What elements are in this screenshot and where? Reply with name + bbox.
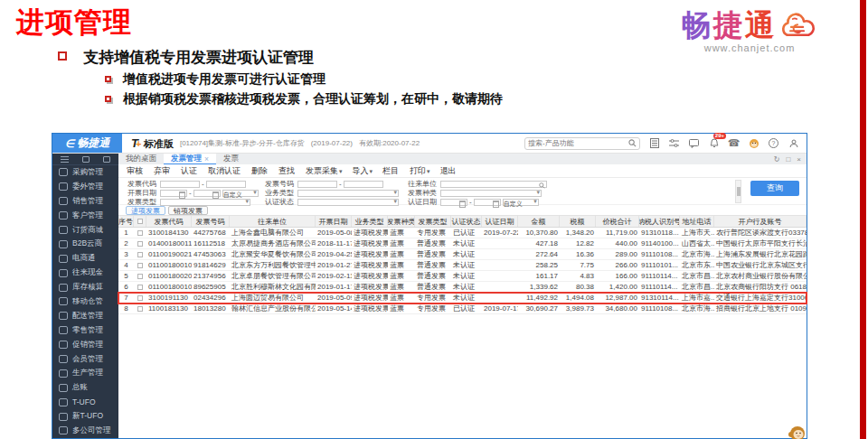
invoice-code-to-input[interactable] xyxy=(206,181,246,188)
sidebar-item[interactable]: B2B云商 xyxy=(52,237,118,251)
subtab-output-invoice[interactable]: 销项发票 xyxy=(168,206,208,215)
calculator-icon[interactable] xyxy=(648,137,660,149)
toolbar-button[interactable]: 导入▾ xyxy=(353,165,373,177)
row-checkbox[interactable] xyxy=(134,241,146,247)
sidebar-item[interactable]: 会员管理 xyxy=(52,352,118,367)
sidebar-item[interactable]: 促销管理 xyxy=(52,338,118,352)
sidebar-item[interactable]: 移动仓管 xyxy=(52,294,118,309)
table-row[interactable]: 1 3100184130 44275768 上海金鑫电脑有限公司 2019-05… xyxy=(118,228,807,238)
sidebar-item[interactable]: 委外管理 xyxy=(52,180,118,194)
column-header[interactable]: 发票类型 xyxy=(415,216,451,227)
sidebar-item[interactable]: 采购管理 xyxy=(52,165,118,180)
query-button[interactable]: 查询 xyxy=(750,181,799,196)
sidebar-item[interactable]: T-UFO xyxy=(52,395,118,409)
filter-scrollbar[interactable] xyxy=(735,180,741,203)
column-header[interactable]: 发票代码 xyxy=(146,216,192,227)
mascot-monkey-icon[interactable] xyxy=(787,423,807,439)
column-header[interactable]: 发票号码 xyxy=(192,216,230,227)
sidebar-item[interactable]: 生产管理 xyxy=(52,366,118,380)
notification-bell-icon[interactable]: 29+ xyxy=(708,137,720,149)
column-header[interactable]: 业务类型 xyxy=(352,216,388,227)
sidebar-item[interactable]: 销售管理 xyxy=(52,194,118,209)
toolbar-button[interactable]: 发票采集▾ xyxy=(306,165,343,177)
subtab-input-invoice[interactable]: 进项发票 xyxy=(126,206,165,215)
column-header[interactable]: 价税合计 xyxy=(596,216,639,227)
row-checkbox[interactable] xyxy=(134,306,146,312)
assistant-monkey-icon[interactable] xyxy=(748,137,760,149)
invoice-code-from-input[interactable] xyxy=(160,181,200,188)
invoice-no-from-input[interactable] xyxy=(297,181,337,188)
toolbar-button[interactable]: 删除 xyxy=(251,165,269,177)
cert-date-from-input[interactable] xyxy=(440,199,467,206)
row-checkbox[interactable] xyxy=(134,274,146,279)
table-row[interactable]: 3 011001900211 47453063 北京聚安华夏餐饮有限公司 201… xyxy=(118,249,807,260)
column-header[interactable]: 地址电话 xyxy=(680,216,714,227)
invoice-no-to-input[interactable] xyxy=(344,181,383,188)
table-row[interactable]: 8 1100183130 18013280 翰林汇信息产业股份有限公司 2019… xyxy=(118,304,807,314)
sidebar-item[interactable]: 往来现金 xyxy=(52,266,118,280)
column-header[interactable]: 序号 xyxy=(118,216,134,227)
settings-sliders-icon[interactable] xyxy=(668,137,680,149)
sidebar-item[interactable]: 库存核算 xyxy=(52,280,118,294)
date-range-select[interactable]: 自定义 xyxy=(222,190,259,197)
row-checkbox[interactable] xyxy=(134,252,146,257)
tab-invoice[interactable]: 发票 xyxy=(216,154,246,164)
toolbar-button[interactable]: 审核 xyxy=(127,165,144,177)
table-row[interactable]: 2 014001800111 16112518 太原易捷商务酒店有限公司 201… xyxy=(118,238,807,249)
column-header[interactable]: 金额 xyxy=(518,216,560,227)
biz-type-select[interactable] xyxy=(297,190,399,197)
sidebar-item[interactable]: 新T-UFO xyxy=(52,409,118,424)
tab-my-desktop[interactable]: 我的桌面 xyxy=(118,154,164,164)
row-checkbox[interactable] xyxy=(134,295,146,301)
maximize-icon[interactable]: □ xyxy=(786,155,790,163)
toolbar-button[interactable]: 查找 xyxy=(278,165,296,177)
invoice-kind-select[interactable] xyxy=(440,190,542,197)
invoice-type-select[interactable] xyxy=(160,199,250,206)
sidebar-item[interactable]: 总账 xyxy=(52,380,118,395)
invoice-date-from-input[interactable] xyxy=(160,190,187,197)
sidebar-item[interactable]: 客户管理 xyxy=(52,209,118,223)
cert-date-to-input[interactable] xyxy=(474,199,501,206)
row-checkbox[interactable] xyxy=(134,263,146,268)
column-header[interactable]: 发票种类 xyxy=(388,216,415,227)
toolbar-button[interactable]: 栏目 xyxy=(382,165,400,177)
close-icon[interactable]: × xyxy=(797,155,801,163)
column-header[interactable]: 认证日期 xyxy=(482,216,518,227)
column-header[interactable]: 开票日期 xyxy=(316,216,352,227)
column-header[interactable]: 税额 xyxy=(560,216,596,227)
toolbar-button[interactable]: 取消认证 xyxy=(208,165,241,177)
partner-input[interactable] xyxy=(440,181,547,188)
phone-icon[interactable]: ☎ xyxy=(728,137,740,149)
message-icon[interactable] xyxy=(688,137,700,149)
toolbar-button[interactable]: 退出 xyxy=(440,165,458,177)
cert-date-range-select[interactable]: 自定义 xyxy=(503,199,539,206)
tab-invoice-management[interactable]: 发票管理 × xyxy=(164,154,216,164)
sidebar-item[interactable]: 电商通 xyxy=(52,251,118,266)
invoice-date-to-input[interactable] xyxy=(193,190,221,197)
sidebar-item[interactable]: 订货商城 xyxy=(52,223,118,238)
row-checkbox[interactable] xyxy=(134,230,146,236)
select-all-checkbox[interactable] xyxy=(134,216,146,227)
help-icon[interactable]: ? xyxy=(768,137,779,149)
user-icon[interactable] xyxy=(788,137,799,149)
toolbar-button[interactable]: 认证 xyxy=(181,165,198,177)
menu-hamburger-icon[interactable] xyxy=(61,156,69,163)
table-row[interactable]: 4 011001800104 91814629 北京东方万利园餐饮管理中心 20… xyxy=(118,260,807,271)
tab-close-icon[interactable]: × xyxy=(204,154,209,163)
column-header[interactable]: 开户行及账号 xyxy=(714,216,807,227)
column-header[interactable]: 纳税人识别号 xyxy=(639,216,680,227)
toolbar-button[interactable]: 弃审 xyxy=(154,165,171,177)
sidebar-item[interactable]: 配送管理 xyxy=(52,309,118,323)
search-input[interactable] xyxy=(524,137,640,150)
sidebar-item[interactable]: 零售管理 xyxy=(52,323,118,338)
sidebar-expand-icon[interactable] xyxy=(103,156,110,163)
sidebar-edit-icon[interactable] xyxy=(82,156,90,163)
table-row[interactable]: 5 011001800204 21374956 北京卓朋餐饮管理有限公司 201… xyxy=(118,271,807,282)
column-header[interactable]: 认证状态 xyxy=(451,216,482,227)
cert-status-select[interactable] xyxy=(297,199,399,206)
toolbar-button[interactable]: 打印▾ xyxy=(410,165,430,177)
row-checkbox[interactable] xyxy=(134,285,146,290)
sidebar-item[interactable]: 多公司管理 xyxy=(52,424,118,438)
column-header[interactable]: 往来单位 xyxy=(230,216,316,227)
refresh-icon[interactable]: ↻ xyxy=(774,155,780,163)
